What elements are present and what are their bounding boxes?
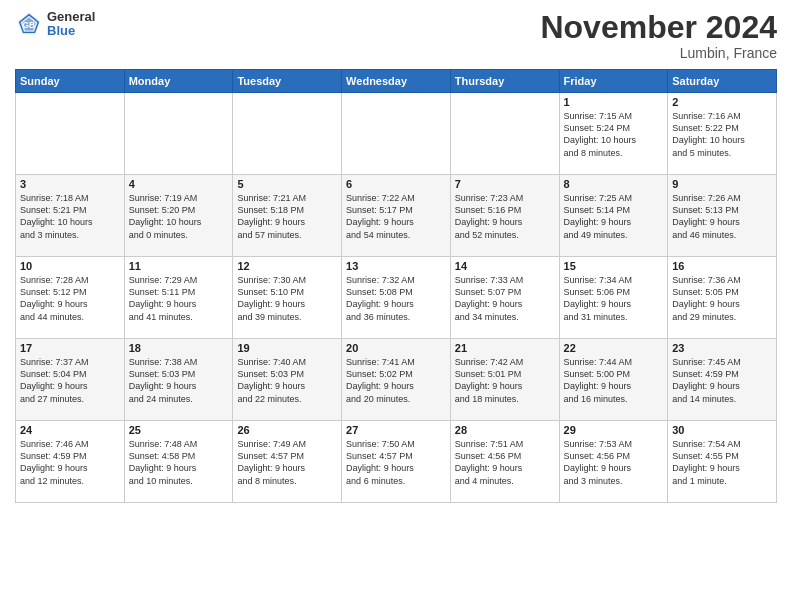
calendar-cell: 7Sunrise: 7:23 AM Sunset: 5:16 PM Daylig… xyxy=(450,175,559,257)
calendar-week-row: 24Sunrise: 7:46 AM Sunset: 4:59 PM Dayli… xyxy=(16,421,777,503)
day-info: Sunrise: 7:45 AM Sunset: 4:59 PM Dayligh… xyxy=(672,356,772,405)
header: GB General Blue November 2024 Lumbin, Fr… xyxy=(15,10,777,61)
day-info: Sunrise: 7:50 AM Sunset: 4:57 PM Dayligh… xyxy=(346,438,446,487)
calendar-cell: 26Sunrise: 7:49 AM Sunset: 4:57 PM Dayli… xyxy=(233,421,342,503)
day-number: 17 xyxy=(20,342,120,354)
calendar: SundayMondayTuesdayWednesdayThursdayFrid… xyxy=(15,69,777,503)
calendar-cell: 24Sunrise: 7:46 AM Sunset: 4:59 PM Dayli… xyxy=(16,421,125,503)
day-info: Sunrise: 7:18 AM Sunset: 5:21 PM Dayligh… xyxy=(20,192,120,241)
day-info: Sunrise: 7:38 AM Sunset: 5:03 PM Dayligh… xyxy=(129,356,229,405)
calendar-cell: 10Sunrise: 7:28 AM Sunset: 5:12 PM Dayli… xyxy=(16,257,125,339)
day-of-week-sunday: Sunday xyxy=(16,70,125,93)
calendar-cell: 13Sunrise: 7:32 AM Sunset: 5:08 PM Dayli… xyxy=(342,257,451,339)
day-number: 1 xyxy=(564,96,664,108)
day-number: 18 xyxy=(129,342,229,354)
day-number: 8 xyxy=(564,178,664,190)
calendar-cell: 16Sunrise: 7:36 AM Sunset: 5:05 PM Dayli… xyxy=(668,257,777,339)
day-number: 11 xyxy=(129,260,229,272)
day-number: 9 xyxy=(672,178,772,190)
calendar-cell: 18Sunrise: 7:38 AM Sunset: 5:03 PM Dayli… xyxy=(124,339,233,421)
day-info: Sunrise: 7:46 AM Sunset: 4:59 PM Dayligh… xyxy=(20,438,120,487)
day-info: Sunrise: 7:29 AM Sunset: 5:11 PM Dayligh… xyxy=(129,274,229,323)
day-info: Sunrise: 7:21 AM Sunset: 5:18 PM Dayligh… xyxy=(237,192,337,241)
day-number: 2 xyxy=(672,96,772,108)
calendar-cell: 25Sunrise: 7:48 AM Sunset: 4:58 PM Dayli… xyxy=(124,421,233,503)
calendar-cell: 12Sunrise: 7:30 AM Sunset: 5:10 PM Dayli… xyxy=(233,257,342,339)
day-info: Sunrise: 7:53 AM Sunset: 4:56 PM Dayligh… xyxy=(564,438,664,487)
day-info: Sunrise: 7:40 AM Sunset: 5:03 PM Dayligh… xyxy=(237,356,337,405)
calendar-header-row: SundayMondayTuesdayWednesdayThursdayFrid… xyxy=(16,70,777,93)
calendar-cell xyxy=(450,93,559,175)
calendar-cell: 17Sunrise: 7:37 AM Sunset: 5:04 PM Dayli… xyxy=(16,339,125,421)
day-number: 20 xyxy=(346,342,446,354)
day-info: Sunrise: 7:42 AM Sunset: 5:01 PM Dayligh… xyxy=(455,356,555,405)
day-number: 4 xyxy=(129,178,229,190)
calendar-cell: 9Sunrise: 7:26 AM Sunset: 5:13 PM Daylig… xyxy=(668,175,777,257)
day-info: Sunrise: 7:54 AM Sunset: 4:55 PM Dayligh… xyxy=(672,438,772,487)
day-number: 5 xyxy=(237,178,337,190)
title-section: November 2024 Lumbin, France xyxy=(540,10,777,61)
calendar-cell: 11Sunrise: 7:29 AM Sunset: 5:11 PM Dayli… xyxy=(124,257,233,339)
calendar-cell: 19Sunrise: 7:40 AM Sunset: 5:03 PM Dayli… xyxy=(233,339,342,421)
calendar-cell: 6Sunrise: 7:22 AM Sunset: 5:17 PM Daylig… xyxy=(342,175,451,257)
calendar-week-row: 17Sunrise: 7:37 AM Sunset: 5:04 PM Dayli… xyxy=(16,339,777,421)
calendar-cell xyxy=(342,93,451,175)
day-number: 16 xyxy=(672,260,772,272)
calendar-cell: 28Sunrise: 7:51 AM Sunset: 4:56 PM Dayli… xyxy=(450,421,559,503)
calendar-cell: 5Sunrise: 7:21 AM Sunset: 5:18 PM Daylig… xyxy=(233,175,342,257)
logo-icon: GB xyxy=(15,10,43,38)
calendar-cell: 8Sunrise: 7:25 AM Sunset: 5:14 PM Daylig… xyxy=(559,175,668,257)
day-info: Sunrise: 7:33 AM Sunset: 5:07 PM Dayligh… xyxy=(455,274,555,323)
day-info: Sunrise: 7:22 AM Sunset: 5:17 PM Dayligh… xyxy=(346,192,446,241)
day-number: 6 xyxy=(346,178,446,190)
day-info: Sunrise: 7:26 AM Sunset: 5:13 PM Dayligh… xyxy=(672,192,772,241)
calendar-cell: 27Sunrise: 7:50 AM Sunset: 4:57 PM Dayli… xyxy=(342,421,451,503)
day-number: 23 xyxy=(672,342,772,354)
calendar-cell: 30Sunrise: 7:54 AM Sunset: 4:55 PM Dayli… xyxy=(668,421,777,503)
day-of-week-thursday: Thursday xyxy=(450,70,559,93)
day-number: 13 xyxy=(346,260,446,272)
day-number: 22 xyxy=(564,342,664,354)
calendar-cell: 14Sunrise: 7:33 AM Sunset: 5:07 PM Dayli… xyxy=(450,257,559,339)
day-number: 29 xyxy=(564,424,664,436)
day-info: Sunrise: 7:19 AM Sunset: 5:20 PM Dayligh… xyxy=(129,192,229,241)
day-info: Sunrise: 7:34 AM Sunset: 5:06 PM Dayligh… xyxy=(564,274,664,323)
calendar-cell: 23Sunrise: 7:45 AM Sunset: 4:59 PM Dayli… xyxy=(668,339,777,421)
logo-general: General xyxy=(47,10,95,24)
day-info: Sunrise: 7:44 AM Sunset: 5:00 PM Dayligh… xyxy=(564,356,664,405)
day-info: Sunrise: 7:23 AM Sunset: 5:16 PM Dayligh… xyxy=(455,192,555,241)
calendar-cell: 29Sunrise: 7:53 AM Sunset: 4:56 PM Dayli… xyxy=(559,421,668,503)
day-number: 30 xyxy=(672,424,772,436)
month-title: November 2024 xyxy=(540,10,777,45)
day-info: Sunrise: 7:51 AM Sunset: 4:56 PM Dayligh… xyxy=(455,438,555,487)
day-of-week-friday: Friday xyxy=(559,70,668,93)
calendar-cell: 21Sunrise: 7:42 AM Sunset: 5:01 PM Dayli… xyxy=(450,339,559,421)
calendar-cell: 15Sunrise: 7:34 AM Sunset: 5:06 PM Dayli… xyxy=(559,257,668,339)
day-info: Sunrise: 7:48 AM Sunset: 4:58 PM Dayligh… xyxy=(129,438,229,487)
calendar-cell: 1Sunrise: 7:15 AM Sunset: 5:24 PM Daylig… xyxy=(559,93,668,175)
calendar-week-row: 3Sunrise: 7:18 AM Sunset: 5:21 PM Daylig… xyxy=(16,175,777,257)
day-number: 12 xyxy=(237,260,337,272)
calendar-cell xyxy=(16,93,125,175)
day-number: 27 xyxy=(346,424,446,436)
day-of-week-wednesday: Wednesday xyxy=(342,70,451,93)
calendar-cell: 20Sunrise: 7:41 AM Sunset: 5:02 PM Dayli… xyxy=(342,339,451,421)
day-number: 14 xyxy=(455,260,555,272)
day-number: 24 xyxy=(20,424,120,436)
day-info: Sunrise: 7:28 AM Sunset: 5:12 PM Dayligh… xyxy=(20,274,120,323)
page: GB General Blue November 2024 Lumbin, Fr… xyxy=(0,0,792,612)
day-info: Sunrise: 7:37 AM Sunset: 5:04 PM Dayligh… xyxy=(20,356,120,405)
day-info: Sunrise: 7:49 AM Sunset: 4:57 PM Dayligh… xyxy=(237,438,337,487)
day-of-week-tuesday: Tuesday xyxy=(233,70,342,93)
day-number: 15 xyxy=(564,260,664,272)
calendar-cell: 4Sunrise: 7:19 AM Sunset: 5:20 PM Daylig… xyxy=(124,175,233,257)
calendar-cell xyxy=(233,93,342,175)
calendar-week-row: 10Sunrise: 7:28 AM Sunset: 5:12 PM Dayli… xyxy=(16,257,777,339)
calendar-cell xyxy=(124,93,233,175)
logo-text: General Blue xyxy=(47,10,95,39)
calendar-cell: 2Sunrise: 7:16 AM Sunset: 5:22 PM Daylig… xyxy=(668,93,777,175)
day-number: 26 xyxy=(237,424,337,436)
day-info: Sunrise: 7:15 AM Sunset: 5:24 PM Dayligh… xyxy=(564,110,664,159)
day-number: 3 xyxy=(20,178,120,190)
day-number: 19 xyxy=(237,342,337,354)
